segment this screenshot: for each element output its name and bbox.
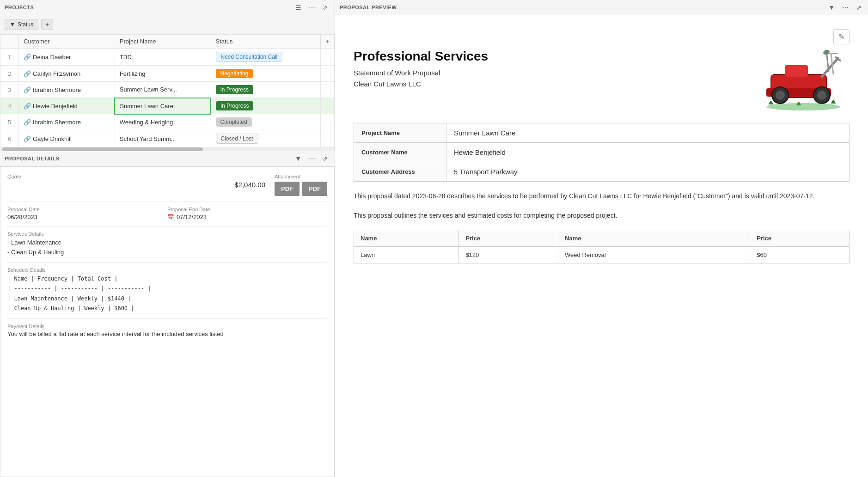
table-row[interactable]: 4 🔗Hewie Benjefield Summer Lawn Care In … (0, 98, 335, 114)
status-cell: Negotiating (211, 66, 320, 82)
services-label: Services Details (7, 231, 327, 237)
customer-cell: 🔗Deina Dawber (19, 49, 115, 66)
projects-header: PROJECTS ☰ ⋯ ⇗ (0, 0, 335, 15)
payment-label: Payment Details (7, 324, 327, 329)
info-label: Project Name (354, 123, 446, 143)
customer-cell: 🔗Ibrahim Shermore (19, 82, 115, 98)
info-label: Customer Address (354, 162, 446, 182)
proposal-details-expand-icon[interactable]: ⇗ (321, 154, 330, 163)
link-icon: 🔗 (24, 54, 31, 61)
project-name-cell: Weeding & Hedging (115, 114, 211, 130)
col-status: Status (211, 35, 320, 49)
row-num: 2 (0, 66, 19, 82)
calendar-icon: 📅 (167, 214, 174, 220)
table-scrollbar-thumb[interactable] (2, 147, 203, 151)
col-plus-cell (321, 130, 335, 147)
col-num (0, 35, 19, 49)
preview-para2: This proposal outlines the services and … (354, 210, 850, 221)
proposal-details-header-icons: ▼ ⋯ ⇗ (293, 154, 330, 163)
info-row: Customer Address5 Transport Parkway (354, 162, 850, 182)
svg-line-7 (822, 58, 838, 77)
left-panel: PROJECTS ☰ ⋯ ⇗ ▼ Status + Customer Proje… (0, 0, 335, 477)
preview-title-block: Professional Services Statement of Work … (354, 49, 488, 90)
divider-1 (7, 202, 327, 202)
table-row[interactable]: 3 🔗Ibrahim Shermore Summer Lawn Serv... … (0, 82, 335, 98)
preview-heading: Professional Services (354, 49, 488, 64)
preview-title-row: Professional Services Statement of Work … (354, 49, 850, 114)
table-scrollbar-track[interactable] (0, 147, 335, 151)
price-name2: Weed Removal (558, 246, 750, 263)
proposal-details-title: PROPOSAL DETAILS (5, 156, 60, 161)
price-col-header: Name (558, 230, 750, 246)
customer-cell: 🔗Hewie Benjefield (19, 98, 115, 114)
link-icon: 🔗 (24, 86, 31, 93)
projects-title: PROJECTS (5, 5, 34, 10)
project-name-cell: School Yard Summ... (115, 130, 211, 147)
proposal-end-date-wrapper: 📅 07/12/2023 (167, 214, 327, 220)
schedule-line: | ----------- | ----------- | ----------… (7, 284, 327, 294)
col-add[interactable]: + (321, 35, 335, 49)
attachment-label: Attachment (275, 174, 327, 179)
col-customer: Customer (19, 35, 115, 49)
project-name-cell: Summer Lawn Care (115, 98, 211, 114)
price-col-header: Price (750, 230, 850, 246)
schedule-line: | Name | Frequency | Total Cost | (7, 274, 327, 284)
projects-table-wrap: Customer Project Name Status + 1 🔗Deina … (0, 34, 335, 151)
projects-table: Customer Project Name Status + 1 🔗Deina … (0, 34, 335, 147)
table-row[interactable]: 5 🔗Ibrahim Shermore Weeding & Hedging Co… (0, 114, 335, 130)
status-filter-btn[interactable]: ▼ Status (5, 19, 38, 30)
pdf-btn-1[interactable]: PDF (275, 182, 300, 196)
link-icon: 🔗 (24, 119, 31, 126)
schedule-lines: | Name | Frequency | Total Cost || -----… (7, 274, 327, 314)
info-label: Customer Name (354, 143, 446, 162)
table-row[interactable]: 6 🔗Gayle Drinkhill School Yard Summ... C… (0, 130, 335, 147)
proposal-preview-content: ✎ Professional Services Statement of Wor… (335, 15, 868, 477)
proposal-details-more-icon[interactable]: ⋯ (307, 154, 317, 163)
preview-subtitle1: Statement of Work Proposal (354, 67, 488, 79)
status-badge: Negotiating (216, 69, 253, 78)
add-filter-btn[interactable]: + (41, 19, 53, 30)
project-name-cell: TBD (115, 49, 211, 66)
price-val1: $120 (459, 246, 558, 263)
preview-expand-icon[interactable]: ⇗ (854, 3, 863, 12)
proposal-end-date-value: 07/12/2023 (177, 214, 207, 220)
row-num: 4 (0, 98, 19, 114)
price-row: Lawn $120 Weed Removal $60 (354, 246, 850, 263)
preview-para1: This proposal dated 2023-06-28 describes… (354, 191, 850, 202)
mower-illustration (757, 49, 850, 114)
table-row[interactable]: 1 🔗Deina Dawber TBD Need Consultation Ca… (0, 49, 335, 66)
info-row: Project NameSummer Lawn Care (354, 123, 850, 143)
info-value: Summer Lawn Care (446, 123, 850, 143)
projects-table-icon[interactable]: ☰ (293, 3, 303, 12)
projects-more-icon[interactable]: ⋯ (307, 3, 317, 12)
status-badge: Completed (216, 117, 252, 127)
info-value: Hewie Benjefield (446, 143, 850, 162)
preview-more-icon[interactable]: ⋯ (840, 3, 850, 12)
svg-rect-2 (785, 65, 808, 77)
filter-label: Status (18, 21, 33, 28)
proposal-form: Quote $2,040.00 Attachment PDF PDF Propo… (0, 166, 335, 477)
preview-filter-icon[interactable]: ▼ (826, 3, 837, 12)
proposal-details-header: PROPOSAL DETAILS ▼ ⋯ ⇗ (0, 151, 335, 166)
price-table: NamePriceNamePrice Lawn $120 Weed Remova… (354, 230, 850, 263)
schedule-line: | Clean Up & Hauling | Weekly | $600 | (7, 304, 327, 314)
link-icon: 🔗 (24, 103, 31, 110)
price-col-header: Name (354, 230, 459, 246)
status-badge: In Progress (216, 85, 253, 94)
divider-2 (7, 226, 327, 226)
proposal-end-date-field: Proposal End Date 📅 07/12/2023 (167, 207, 327, 220)
projects-expand-icon[interactable]: ⇗ (321, 3, 330, 12)
info-table: Project NameSummer Lawn CareCustomer Nam… (354, 123, 850, 182)
preview-title-label: PROPOSAL PREVIEW (340, 5, 397, 10)
pdf-btn-2[interactable]: PDF (302, 182, 327, 196)
service-line: - Clean Up & Hauling (7, 248, 327, 257)
info-row: Customer NameHewie Benjefield (354, 143, 850, 162)
edit-button[interactable]: ✎ (833, 29, 850, 44)
row-num: 3 (0, 82, 19, 98)
proposal-details-filter-icon[interactable]: ▼ (293, 154, 303, 163)
col-project-name: Project Name (115, 35, 211, 49)
table-row[interactable]: 2 🔗Carilyn Fitzsymon Fertilizing Negotia… (0, 66, 335, 82)
status-cell: Completed (211, 114, 320, 130)
proposal-end-date-label: Proposal End Date (167, 207, 327, 212)
mower-svg (757, 49, 850, 114)
